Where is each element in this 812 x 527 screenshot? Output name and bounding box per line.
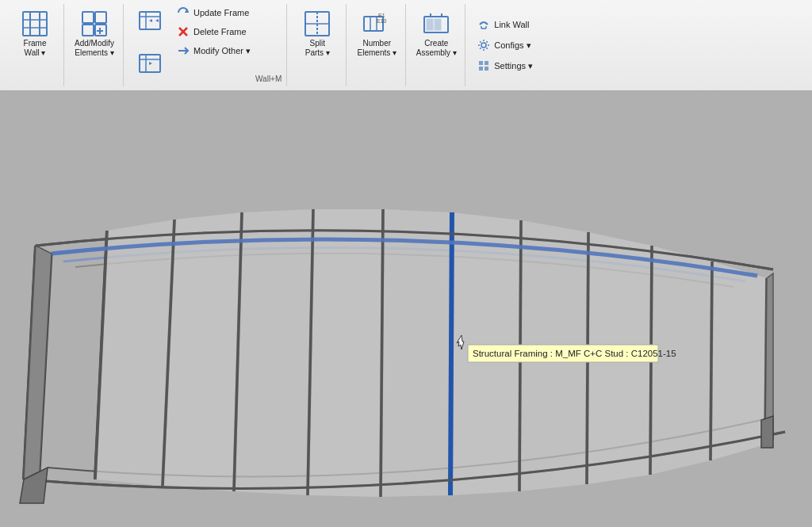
wallm-group-label: Wall+M — [255, 73, 282, 83]
svg-rect-30 — [435, 19, 441, 30]
settings-button[interactable]: Settings ▾ — [473, 57, 548, 74]
settings-icon — [477, 59, 491, 73]
svg-rect-36 — [485, 61, 488, 65]
svg-marker-78 — [761, 416, 773, 448]
svg-text:E1: E1 — [378, 13, 385, 18]
configs-label: Configs ▾ — [494, 40, 530, 51]
number-elements-button[interactable]: E1 E10 NumberElements ▾ — [353, 7, 400, 61]
toolbar-group-split-parts: SplitParts ▾ — [289, 4, 347, 86]
create-assembly-icon — [423, 11, 449, 36]
svg-rect-37 — [479, 67, 483, 71]
number-elements-icon: E1 E10 — [364, 11, 389, 36]
svg-rect-0 — [23, 12, 47, 36]
svg-rect-7 — [82, 25, 94, 36]
update-frame-label: Update Frame — [193, 8, 249, 17]
link-wall-button[interactable]: Link Wall — [473, 16, 548, 33]
frame-wall-icon — [22, 11, 48, 36]
framing-drawing: Structural Framing : M_MF C+C Stud : C12… — [0, 91, 812, 527]
toolbar-group-right: Link Wall Configs ▾ Setting — [467, 4, 554, 86]
update-frame-button[interactable]: Update Frame — [173, 4, 254, 21]
svg-rect-6 — [95, 12, 106, 23]
split-parts-button[interactable]: SplitParts ▾ — [293, 7, 341, 61]
wallm-icon1-button[interactable] — [130, 1, 170, 40]
svg-text:E10: E10 — [377, 18, 387, 24]
svg-rect-5 — [82, 12, 94, 23]
svg-line-73 — [710, 262, 712, 460]
toolbar-group-create-assembly: CreateAssembly ▾ — [408, 4, 465, 86]
create-assembly-button[interactable]: CreateAssembly ▾ — [412, 7, 460, 61]
frame-wall-button[interactable]: FrameWall ▾ — [11, 7, 59, 61]
configs-button[interactable]: Configs ▾ — [473, 36, 548, 54]
svg-marker-54 — [163, 212, 242, 491]
wallm-commands: Update Frame Delete Frame — [173, 0, 254, 59]
svg-rect-35 — [479, 61, 483, 65]
split-parts-icon — [304, 11, 330, 36]
wallm-side-icons — [130, 0, 170, 83]
add-modify-icon — [82, 11, 107, 36]
number-elements-label: NumberElements ▾ — [358, 39, 396, 58]
svg-rect-29 — [427, 19, 433, 30]
svg-text:Structural Framing : M_MF C+C : Structural Framing : M_MF C+C Stud : C12… — [473, 349, 676, 358]
update-frame-icon — [176, 6, 190, 20]
toolbar-group-add-modify: Add/ModifyElements ▾ — [66, 4, 124, 86]
svg-marker-55 — [234, 209, 313, 495]
toolbar: FrameWall ▾ Add/ModifyElements ▾ — [0, 0, 812, 91]
svg-marker-61 — [650, 246, 712, 475]
svg-rect-38 — [485, 67, 488, 71]
toolbar-group-wallm: Update Frame Delete Frame — [125, 4, 287, 86]
modify-other-button[interactable]: Modify Other ▾ — [173, 42, 254, 59]
modify-other-icon — [176, 44, 190, 58]
create-assembly-label: CreateAssembly ▾ — [416, 39, 457, 58]
frame-wall-label: FrameWall ▾ — [24, 39, 47, 58]
svg-marker-62 — [710, 262, 767, 460]
wallm-icon2-button[interactable] — [130, 44, 170, 83]
svg-marker-56 — [308, 209, 383, 497]
svg-line-69 — [450, 212, 452, 495]
toolbar-group-frame-wall: FrameWall ▾ — [6, 4, 64, 86]
delete-frame-button[interactable]: Delete Frame — [173, 23, 254, 40]
link-wall-icon — [477, 17, 491, 32]
canvas-area[interactable]: Structural Framing : M_MF C+C Stud : C12… — [0, 91, 812, 527]
add-modify-label: Add/ModifyElements ▾ — [75, 39, 114, 58]
delete-frame-icon — [176, 25, 190, 39]
split-parts-label: SplitParts ▾ — [305, 39, 330, 58]
wallm-icon2 — [137, 51, 163, 76]
delete-frame-label: Delete Frame — [193, 27, 247, 36]
svg-point-34 — [481, 43, 486, 48]
toolbar-group-number-elements: E1 E10 NumberElements ▾ — [348, 4, 406, 86]
link-wall-label: Link Wall — [494, 20, 529, 29]
add-modify-button[interactable]: Add/ModifyElements ▾ — [71, 7, 118, 61]
configs-icon — [477, 38, 491, 52]
svg-marker-57 — [381, 209, 452, 497]
settings-label: Settings ▾ — [494, 61, 533, 71]
modify-other-label: Modify Other ▾ — [193, 46, 251, 56]
wallm-icon1 — [137, 8, 163, 33]
